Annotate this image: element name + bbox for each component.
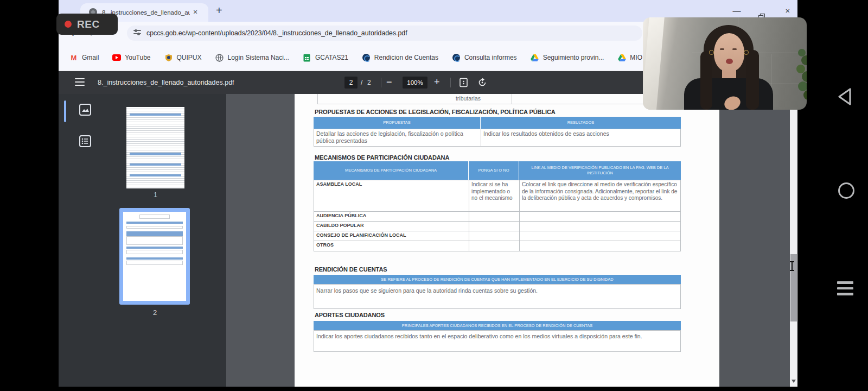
bookmark-login-sistema[interactable]: Login Sistema Naci... [215,53,289,62]
phone-home-icon[interactable] [838,182,854,199]
table-row: Detallar las acciones de legislación, fi… [314,129,680,146]
bookmark-gcatas21[interactable]: GCATAS21 [303,53,348,62]
site-settings-icon[interactable] [133,30,141,36]
mechanism-cell: ASAMBLEA LOCAL [314,180,469,211]
webcam-person-eye [720,48,724,50]
thumbnail-row [126,250,183,254]
column-header: PONGA SI O NO [469,161,519,180]
si-no-cell [469,212,520,221]
webcam-plant [798,49,806,56]
table-border [317,94,318,104]
table-header-row: SE REFIERE AL PROCESO DE RENDICIÓN DE CU… [314,275,681,284]
tab-close-icon[interactable]: × [193,3,197,22]
thumbnail-table-bar [130,174,181,176]
webcam-person-face [714,33,744,72]
table-body: Indicar los aportes ciudadanos recibidos… [314,330,681,352]
table-row-otros: OTROS [314,241,680,251]
table-body: ASAMBLEA LOCAL Indicar si se ha implemen… [314,180,681,251]
pdf-document-title: 8._instrucciones_de_llenado_autoridades.… [98,71,234,94]
section-heading-rendicion: RENDICIÓN DE CUENTAS [315,266,387,273]
section-heading-propuestas: PROPUESTAS DE ACCIONES DE LEGISLACIÓN, F… [315,109,556,115]
mechanism-cell: AUDIENCIA PÚBLICA [314,212,469,221]
page-1-label: 1 [126,191,184,199]
bookmark-label: Consulta informes [464,54,517,61]
bookmark-consulta-informes[interactable]: Consulta informes [452,53,517,62]
webcam-person-hair [700,51,712,110]
zoom-in-button[interactable]: + [434,71,440,94]
table-row-consejo: CONSEJO DE PLANIFICACIÓN LOCAL [314,231,680,241]
cpccs-logo-icon [452,53,461,62]
pdf-sidebar: 1 2 [59,94,226,387]
page-divider: / [361,71,362,94]
table-cell: Indicar los resultados obtenidos de esas… [481,129,680,146]
rec-label: REC [77,14,100,35]
menu-icon[interactable] [75,78,85,86]
thumbnail-bar [126,247,183,249]
bookmark-rendicion-cuentas[interactable]: Rendicion de Cuentas [362,53,438,62]
webcam-window-light [643,17,665,110]
webcam-person-mouth [726,59,733,64]
page-number-input[interactable]: 2 [344,77,358,89]
page-total: 2 [367,71,371,94]
thumbnails-view-icon[interactable] [78,103,92,119]
quipux-shield-icon [164,53,173,62]
section-heading-mecanismos: MECANISMOS DE PARTICIPACIÓN CIUDADANA [315,154,449,161]
url-text[interactable]: cpccs.gob.ec/wp-content/uploads/2023/04/… [146,26,407,41]
webcam-person-hair [746,50,759,110]
page-2-thumbnail-selected[interactable] [119,208,190,305]
bookmark-youtube[interactable]: YouTube [112,53,150,62]
thumbnail-bar [126,231,183,236]
mechanism-cell: OTROS [314,241,469,251]
page-2-thumbnail-page [123,212,186,301]
bookmark-seguimiento[interactable]: Seguimiento provin... [531,53,604,62]
phone-screen-recording: 8._instrucciones_de_llenado_au × + — × ‹… [0,0,868,391]
address-bar[interactable]: cpccs.gob.ec/wp-content/uploads/2023/04/… [127,26,642,41]
zoom-level-input[interactable]: 100% [403,77,427,89]
text-cursor-pointer [789,261,795,271]
table-cell: Narrar los pasos que se siguieron para q… [314,285,680,297]
bookmark-gmail[interactable]: M Gmail [69,53,99,62]
table-header-row: PRINCIPALES APORTES CIUDADANOS RECIBIDOS… [314,321,681,330]
column-header: PROPUESTAS [314,117,481,129]
table-row-cabildo: CABILDO POPULAR [314,222,680,231]
bookmark-quipux[interactable]: QUIPUX [164,53,202,62]
bookmark-label: Rendicion de Cuentas [374,54,438,61]
spreadsheet-icon [303,53,311,62]
table-aportes: PRINCIPALES APORTES CIUDADANOS RECIBIDOS… [314,321,681,352]
column-header: LINK AL MEDIO DE VERIFICACIÓN PUBLICADO … [519,161,681,180]
phone-recents-icon[interactable] [837,281,853,299]
si-no-cell [469,222,520,231]
toolbar-divider [381,78,381,87]
zoom-out-button[interactable]: − [386,71,392,94]
new-tab-button[interactable]: + [216,0,222,22]
link-cell [520,241,680,251]
rotate-icon[interactable] [477,78,487,90]
outline-view-icon[interactable] [78,134,92,150]
scrollbar-track[interactable] [790,94,797,387]
link-cell [520,231,680,241]
column-header: SE REFIERE AL PROCESO DE RENDICIÓN DE CU… [314,275,681,284]
phone-back-icon[interactable] [836,87,854,109]
section-heading-aportes: APORTES CIUDADANOS [315,312,385,318]
globe-icon [215,53,224,62]
pdf-content-area: 1 2 [59,94,797,387]
table-header-row: PROPUESTAS RESULTADOS [314,117,681,129]
scrollbar-down-arrow-icon[interactable] [792,380,796,383]
partial-cell-text: tributarias [425,95,512,102]
table-row: Indicar los aportes ciudadanos recibidos… [314,331,680,342]
fit-page-icon[interactable] [459,78,468,90]
page-1-thumbnail[interactable] [126,107,184,188]
bookmark-label: Seguimiento provin... [543,54,604,61]
table-cell: Indicar los aportes ciudadanos recibidos… [314,331,680,342]
thumbnail-table-bar [130,153,181,155]
si-no-cell: Indicar si se ha implementado o no el me… [469,180,520,211]
cpccs-logo-icon [362,53,371,62]
thumbnail-table-bar [130,163,181,166]
bookmark-label: YouTube [125,54,150,61]
table-mecanismos: MECANISMOS DE PARTICIPACIÓN CIUDADANA PO… [314,161,681,251]
webcam-person-earring [744,50,749,55]
table-header-row: MECANISMOS DE PARTICIPACIÓN CIUDADANA PO… [314,161,681,180]
bookmark-label: Login Sistema Naci... [228,54,289,61]
thumbnail-row [126,236,183,245]
si-no-cell [469,241,520,251]
